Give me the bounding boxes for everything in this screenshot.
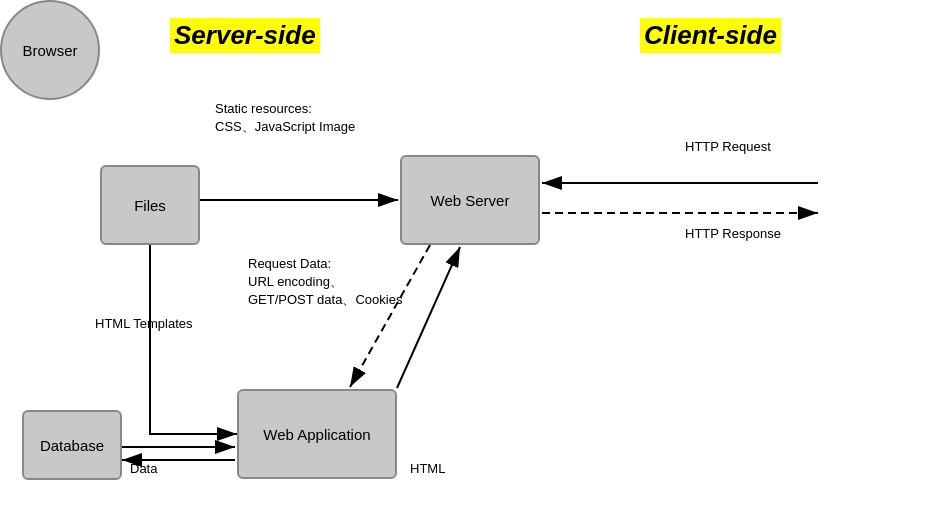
data-label: Data xyxy=(130,460,157,478)
request-data-label: Request Data:URL encoding、GET/POST data、… xyxy=(248,255,402,310)
html-templates-label: HTML Templates xyxy=(95,315,193,333)
browser-box: Browser xyxy=(0,0,100,100)
client-side-label: Client-side xyxy=(640,18,781,53)
database-box: Database xyxy=(22,410,122,480)
webserver-box: Web Server xyxy=(400,155,540,245)
database-label: Database xyxy=(40,437,104,454)
html-label: HTML xyxy=(410,460,445,478)
webapp-box: Web Application xyxy=(237,389,397,479)
svg-line-8 xyxy=(397,247,460,388)
browser-label: Browser xyxy=(22,42,77,59)
webapp-label: Web Application xyxy=(263,426,370,443)
http-response-label: HTTP Response xyxy=(685,225,781,243)
files-box: Files xyxy=(100,165,200,245)
files-label: Files xyxy=(134,197,166,214)
static-resources-label: Static resources:CSS、JavaScript Image xyxy=(215,100,355,136)
http-request-label: HTTP Request xyxy=(685,138,771,156)
diagram-container: Server-side Client-side Files Web Server… xyxy=(0,0,949,520)
arrows-svg xyxy=(0,0,949,520)
webserver-label: Web Server xyxy=(431,192,510,209)
server-side-label: Server-side xyxy=(170,18,320,53)
